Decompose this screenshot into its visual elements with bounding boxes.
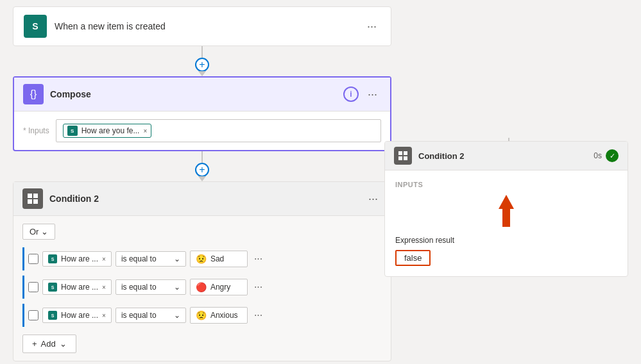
row-checkbox-2[interactable]: [28, 282, 38, 292]
condition-row-3: S How are ... × is equal to ⌄ 😟 Anxious: [22, 304, 382, 327]
value-field-2[interactable]: 🔴 Angry: [190, 279, 248, 295]
emoji-2: 🔴: [196, 282, 207, 292]
condition-header: Condition 2 ···: [13, 182, 391, 216]
svg-rect-5: [404, 151, 407, 155]
trigger-icon: S: [24, 15, 47, 38]
emoji-3: 😟: [196, 310, 207, 320]
operator-chevron-1: ⌄: [174, 254, 180, 263]
svg-rect-3: [33, 199, 38, 204]
operator-select-1[interactable]: is equal to ⌄: [115, 251, 186, 267]
trigger-more-button[interactable]: ···: [363, 17, 380, 36]
red-down-arrow-icon: [493, 195, 519, 227]
token-tag: S How are you fe... ×: [63, 124, 152, 138]
field-icon-1: S: [48, 254, 57, 263]
add-icon: +: [32, 339, 37, 349]
field-token-3[interactable]: S How are ... ×: [42, 308, 112, 323]
inputs-section-label: INPUTS: [395, 181, 617, 188]
svg-rect-7: [404, 156, 407, 160]
svg-rect-1: [33, 194, 38, 198]
add-step-button-2[interactable]: +: [195, 163, 209, 177]
svg-marker-8: [499, 195, 514, 227]
row-more-3[interactable]: ···: [252, 308, 265, 322]
inputs-label: * Inputs: [23, 126, 49, 135]
value-field-1[interactable]: 😟 Sad: [190, 251, 248, 267]
field-close-3[interactable]: ×: [102, 312, 106, 319]
compose-actions: i ···: [343, 85, 381, 104]
trigger-card: S When a new item is created ···: [13, 6, 391, 46]
operator-select-3[interactable]: is equal to ⌄: [115, 308, 186, 323]
field-token-2[interactable]: S How are ... ×: [42, 279, 112, 295]
compose-body: * Inputs S How are you fe... ×: [14, 112, 390, 150]
emoji-1: 😟: [196, 254, 207, 264]
red-arrow-container: [395, 195, 617, 227]
blue-bar-1: [22, 247, 24, 270]
add-step-button-1[interactable]: +: [195, 58, 209, 72]
operator-chevron-3: ⌄: [174, 311, 180, 320]
compose-icon: {}: [23, 84, 44, 104]
operator-chevron-2: ⌄: [174, 283, 180, 292]
condition-icon: [22, 188, 43, 209]
trigger-title: When a new item is created: [55, 21, 363, 31]
operator-select-2[interactable]: is equal to ⌄: [115, 279, 186, 295]
connector-line-2: [201, 151, 203, 163]
field-close-1[interactable]: ×: [102, 256, 106, 263]
success-check-icon: ✓: [606, 149, 619, 162]
result-icon: [394, 147, 412, 165]
connector-arrow-2: [198, 176, 206, 181]
or-button[interactable]: Or ⌄: [22, 224, 55, 240]
field-close-2[interactable]: ×: [102, 284, 106, 291]
result-panel: Condition 2 0s ✓ INPUTS Expression resul…: [384, 141, 628, 277]
connector-line-1: [201, 46, 203, 58]
svg-rect-6: [398, 156, 402, 160]
condition-more-button[interactable]: ···: [364, 190, 382, 208]
row-more-2[interactable]: ···: [252, 280, 265, 294]
compose-header: {} Compose i ···: [14, 78, 390, 112]
field-icon-3: S: [48, 311, 57, 320]
row-checkbox-3[interactable]: [28, 310, 38, 320]
add-chevron-icon: ⌄: [60, 339, 67, 349]
false-badge: false: [395, 250, 431, 266]
compose-info-button[interactable]: i: [343, 87, 359, 102]
token-close-button[interactable]: ×: [143, 128, 147, 135]
token-input[interactable]: S How are you fe... ×: [56, 119, 381, 142]
field-icon-2: S: [48, 283, 57, 292]
result-title: Condition 2: [418, 151, 594, 161]
compose-more-button[interactable]: ···: [364, 85, 381, 104]
condition-row-1: S How are ... × is equal to ⌄ 😟 Sad ··: [22, 247, 382, 270]
or-chevron-icon: ⌄: [41, 227, 48, 236]
add-button[interactable]: + Add ⌄: [22, 335, 76, 353]
row-checkbox-1[interactable]: [28, 254, 38, 264]
field-token-1[interactable]: S How are ... ×: [42, 251, 112, 267]
condition-body: Or ⌄ S How are ... × is equ: [13, 216, 391, 361]
token-icon: S: [67, 126, 78, 136]
svg-rect-0: [28, 194, 32, 198]
compose-title: Compose: [50, 89, 343, 99]
blue-bar-3: [22, 304, 24, 327]
result-body: INPUTS Expression result false: [385, 170, 628, 276]
result-header: Condition 2 0s ✓: [385, 142, 628, 170]
token-text: How are you fe...: [81, 126, 140, 135]
condition-row-2: S How are ... × is equal to ⌄ 🔴 Angry: [22, 276, 382, 299]
inputs-row: * Inputs S How are you fe... ×: [23, 119, 381, 142]
value-field-3[interactable]: 😟 Anxious: [190, 307, 248, 324]
svg-rect-4: [398, 151, 402, 155]
condition-rows: S How are ... × is equal to ⌄ 😟 Sad ··: [22, 247, 382, 327]
blue-bar-2: [22, 276, 24, 299]
compose-card: {} Compose i ··· * Inputs S: [13, 76, 391, 151]
condition-card: Condition 2 ··· Or ⌄ S How are ...: [13, 181, 391, 361]
condition-title: Condition 2: [49, 194, 364, 204]
row-more-1[interactable]: ···: [252, 252, 265, 266]
connector-arrow-1: [198, 71, 206, 76]
result-time: 0s: [594, 151, 602, 160]
svg-rect-2: [28, 199, 32, 204]
expression-label: Expression result: [395, 236, 617, 245]
